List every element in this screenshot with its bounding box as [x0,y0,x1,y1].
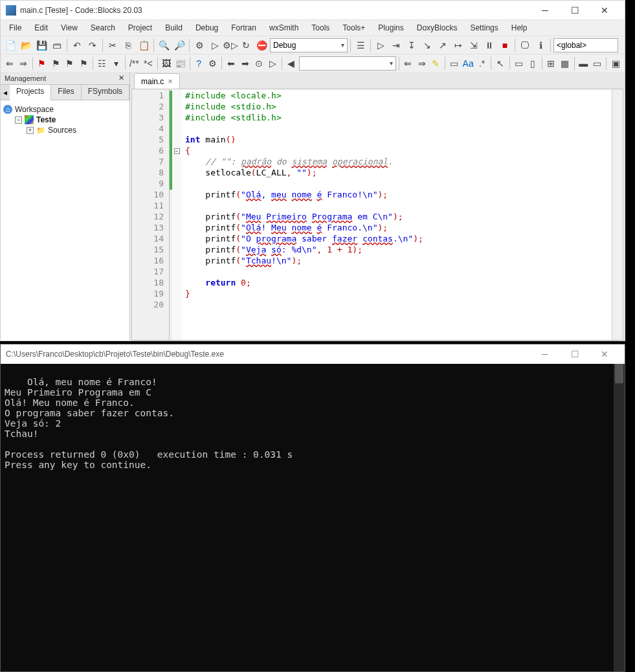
layout2-icon[interactable]: ▯ [526,56,539,71]
stop-icon[interactable]: ■ [498,38,512,52]
redo-icon[interactable]: ↷ [85,38,100,52]
break-icon[interactable]: ⏸ [482,38,496,52]
scope-dropdown[interactable]: <global> [553,38,618,52]
bookmark-next-icon[interactable]: ⚑ [63,56,76,71]
layout4-icon[interactable]: ▦ [559,56,572,71]
expand-icon[interactable]: + [27,127,34,134]
doxy-run-icon[interactable]: 🖼 [161,56,173,71]
maximize-button[interactable]: ☐ [560,1,590,19]
editor-tab-close-icon[interactable]: × [168,76,173,86]
menu-help[interactable]: Help [506,21,533,34]
text-Aa-icon[interactable]: Aa [462,56,474,71]
bookmark-clear-icon[interactable]: ⚑ [77,56,90,71]
jump-frame-icon[interactable]: ▷ [267,56,280,71]
cut-icon[interactable]: ✂ [106,38,120,52]
menu-edit[interactable]: Edit [28,21,54,34]
cursor-icon[interactable]: ↖ [494,56,507,71]
find-icon[interactable]: 🔍 [157,38,171,52]
doxy-help-icon[interactable]: ? [192,56,205,71]
tab-projects[interactable]: Projects [10,85,51,100]
editor-tab-main[interactable]: main.c × [134,73,180,89]
next-instr-icon[interactable]: ↦ [451,38,465,52]
line-gutter[interactable]: 1234567891011121314151617181920 [132,89,170,340]
nav-back-icon[interactable]: ⇐ [3,56,16,71]
titlebar[interactable]: main.c [Teste] - Code::Blocks 20.03 ─ ☐ … [1,1,625,20]
doxy-toggle-icon[interactable]: ☷ [96,56,109,71]
layout7-icon[interactable]: ▣ [609,56,622,71]
run-to-cursor-icon[interactable]: ⇥ [389,38,403,52]
menu-debug[interactable]: Debug [190,21,224,34]
menu-fortran[interactable]: Fortran [225,21,262,34]
menu-doxyblocks[interactable]: DoxyBlocks [411,21,463,34]
step-out-icon[interactable]: ↗ [436,38,450,52]
console-scrollbar[interactable] [614,364,625,671]
hl-back-icon[interactable]: ⇐ [402,56,415,71]
undo-icon[interactable]: ↶ [70,38,84,52]
info-icon[interactable]: ℹ [533,38,548,52]
minimize-button[interactable]: ─ [530,1,560,19]
menu-wxsmith[interactable]: wxSmith [263,21,304,34]
copy-icon[interactable]: ⎘ [121,38,135,52]
console-titlebar[interactable]: C:\Users\Franco\Desktop\cb\Projeto\Teste… [1,344,625,364]
step-into-icon[interactable]: ↘ [420,38,434,52]
editor-scrollbar[interactable] [612,89,623,340]
menu-view[interactable]: View [55,21,84,34]
bookmark-toggle-icon[interactable]: ⚑ [36,56,49,71]
jump-fwd-icon[interactable]: ➡ [239,56,252,71]
code-editor[interactable]: 1234567891011121314151617181920 − #inclu… [131,89,623,341]
tabs-scroll-left-icon[interactable]: ◂ [1,85,10,100]
close-button[interactable]: ✕ [590,1,619,19]
tab-files[interactable]: Files [51,85,81,100]
layout3-icon[interactable]: ⊞ [545,56,558,71]
build-run-icon[interactable]: ⚙▷ [223,38,238,52]
menu-file[interactable]: File [3,21,27,34]
debug-windows-icon[interactable]: 🖵 [518,38,532,52]
doxy-arrow-icon[interactable]: ▾ [109,56,122,71]
nav-fwd-icon[interactable]: ⇒ [17,56,30,71]
project-tree[interactable]: ⌂ Workspace − Teste + 📁 Sources [1,100,129,341]
selection-icon[interactable]: ▭ [448,56,461,71]
console-scroll-thumb[interactable] [615,364,623,383]
rebuild-icon[interactable]: ↻ [239,38,253,52]
layout1-icon[interactable]: ▭ [513,56,526,71]
last-jump-icon[interactable]: ⊙ [252,56,265,71]
save-all-icon[interactable]: 🗃 [50,38,64,52]
tree-workspace[interactable]: ⌂ Workspace [3,104,127,115]
new-file-icon[interactable]: 📄 [3,38,17,52]
replace-icon[interactable]: 🔎 [172,38,186,52]
doxy-line-icon[interactable]: *< [142,56,155,71]
collapse-icon[interactable]: − [15,117,22,124]
console-close-button[interactable]: ✕ [590,345,619,363]
menu-tools[interactable]: Tools [306,21,335,34]
open-icon[interactable]: 📂 [19,38,33,52]
menu-build[interactable]: Build [159,21,188,34]
console-maximize-button[interactable]: ☐ [560,345,590,363]
paste-icon[interactable]: 📋 [137,38,151,52]
inc-search-input[interactable]: ▾ [299,56,396,71]
regex-icon[interactable]: .* [476,56,489,71]
show-select-target-icon[interactable]: ☰ [353,38,368,52]
menu-settings[interactable]: Settings [464,21,504,34]
save-icon[interactable]: 💾 [34,38,49,52]
console-output[interactable]: Olá, meu nome é Franco! Meu Primeiro Pro… [1,364,625,671]
menu-plugins[interactable]: Plugins [372,21,409,34]
tab-fsymbols[interactable]: FSymbols [82,85,129,100]
fold-toggle-icon[interactable]: − [174,148,180,154]
bookmark-prev-icon[interactable]: ⚑ [49,56,62,71]
inc-search-prev-icon[interactable]: ◀ [285,56,298,71]
hl-fwd-icon[interactable]: ⇒ [416,56,429,71]
run-icon[interactable]: ▷ [208,38,222,52]
next-line-icon[interactable]: ↧ [405,38,419,52]
jump-back-icon[interactable]: ⬅ [225,56,238,71]
menu-search[interactable]: Search [85,21,121,34]
fold-bar[interactable]: − [172,89,181,340]
console-minimize-button[interactable]: ─ [530,345,560,363]
code-content[interactable]: #include <locale.h>#include <stdio.h>#in… [181,89,612,340]
step-into-instr-icon[interactable]: ⇲ [467,38,481,52]
doxy-config-icon[interactable]: ⚙ [206,56,219,71]
layout5-icon[interactable]: ▬ [577,56,590,71]
highlight-icon[interactable]: ✎ [430,56,443,71]
menu-project[interactable]: Project [122,21,158,34]
tree-project[interactable]: − Teste [3,115,127,125]
build-icon[interactable]: ⚙ [192,38,206,52]
